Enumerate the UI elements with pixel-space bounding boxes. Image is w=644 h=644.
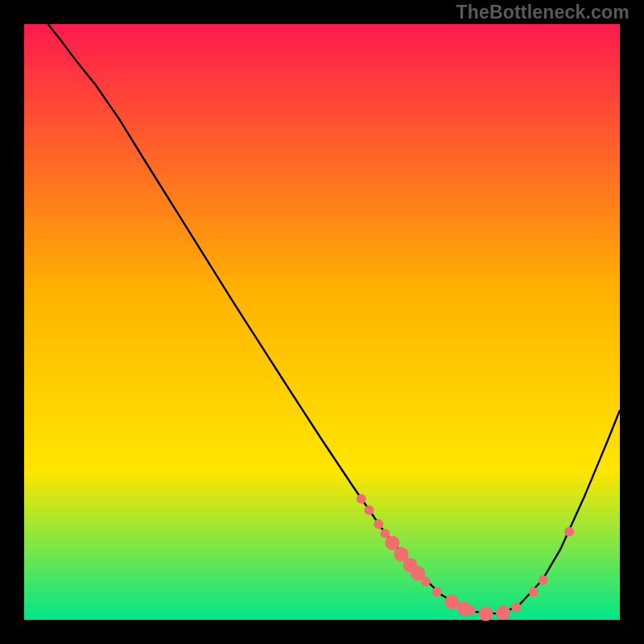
data-dot <box>357 494 366 504</box>
data-dot <box>529 587 539 597</box>
data-dot <box>564 527 574 537</box>
data-dot <box>511 603 521 613</box>
data-dot <box>466 605 476 615</box>
data-dot <box>496 605 510 620</box>
data-dot <box>479 607 493 621</box>
data-dot <box>365 506 374 515</box>
data-dot <box>539 575 548 584</box>
chart-stage: TheBottleneck.com <box>0 0 644 644</box>
data-dot <box>421 577 431 587</box>
data-dot <box>444 595 459 609</box>
watermark-text: TheBottleneck.com <box>456 2 630 23</box>
data-dot <box>432 587 442 597</box>
data-dot <box>374 519 383 529</box>
chart-svg <box>0 0 644 644</box>
plot-background <box>24 24 620 620</box>
data-dot <box>385 536 399 551</box>
